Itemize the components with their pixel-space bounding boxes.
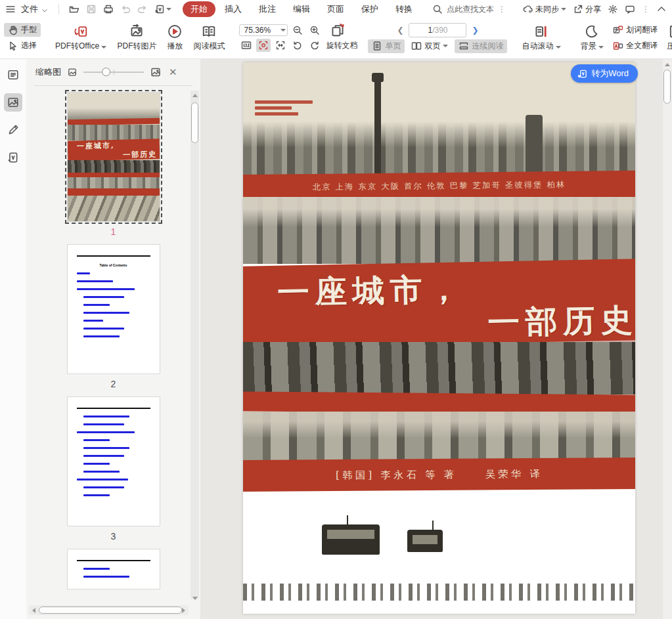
rotate-right-button[interactable] bbox=[307, 39, 322, 52]
tab-protect[interactable]: 保护 bbox=[353, 1, 386, 17]
tab-home[interactable]: 开始 bbox=[183, 1, 215, 17]
thumbnail-panel-button[interactable] bbox=[4, 93, 22, 112]
large-thumbnail-icon[interactable] bbox=[150, 67, 161, 77]
cover-red-band-author: [韩国] 李永石 等 著 吴荣华 译 bbox=[243, 458, 635, 492]
tab-page[interactable]: 页面 bbox=[319, 1, 352, 17]
prev-page-button[interactable]: ❮ bbox=[394, 26, 406, 35]
zoom-in-button[interactable] bbox=[307, 24, 322, 37]
scroll-up-arrow[interactable] bbox=[665, 63, 670, 66]
thumbnail-page-3[interactable] bbox=[68, 397, 160, 526]
sync-status[interactable]: 未同步 bbox=[523, 4, 566, 15]
pdf-to-image-label: PDF转图片 bbox=[117, 41, 156, 52]
thumbnail-page-4[interactable] bbox=[68, 549, 160, 589]
redo-button[interactable] bbox=[135, 3, 150, 16]
continuous-read-button[interactable]: 连续阅读 bbox=[455, 39, 507, 53]
pdf-to-office-icon bbox=[74, 24, 88, 39]
word-translate-button[interactable]: 划词翻译 bbox=[609, 23, 661, 37]
gear-icon[interactable] bbox=[608, 4, 618, 14]
thumbnail-page-2[interactable]: Table of Contents bbox=[68, 245, 160, 374]
main-vertical-scrollbar[interactable] bbox=[663, 59, 672, 619]
menubar: 文件 开始 插入 批注 编辑 页面 保护 转换 点此查找文本 ⋮ 未同步 分享 bbox=[0, 0, 672, 18]
read-mode-button[interactable]: 阅读模式 bbox=[188, 20, 230, 56]
rotate-doc-label[interactable]: 旋转文档 bbox=[325, 40, 359, 51]
scroll-right-arrow[interactable] bbox=[182, 608, 185, 613]
undo-button[interactable] bbox=[118, 3, 133, 16]
close-panel-icon[interactable]: ✕ bbox=[168, 66, 179, 78]
share-button[interactable]: 分享 bbox=[573, 4, 601, 15]
sidebar-horizontal-scrollbar[interactable] bbox=[29, 605, 189, 615]
crowd-silhouette bbox=[243, 584, 635, 601]
more-dots-icon[interactable]: ⋮ bbox=[642, 5, 650, 14]
next-page-button[interactable]: ❯ bbox=[469, 26, 481, 35]
print-button[interactable] bbox=[101, 3, 116, 16]
tab-insert[interactable]: 插入 bbox=[217, 1, 250, 17]
scroll-up-arrow[interactable] bbox=[192, 94, 198, 97]
pdf-to-image-icon bbox=[129, 24, 144, 39]
convert-to-word-button[interactable]: 转为Word bbox=[571, 64, 638, 83]
actual-size-button[interactable] bbox=[239, 39, 254, 52]
full-translate-button[interactable]: 全文翻译 bbox=[609, 39, 661, 53]
select-tool-button[interactable]: 选择 bbox=[4, 39, 41, 53]
tab-edit[interactable]: 编辑 bbox=[285, 1, 318, 17]
hamburger-menu-icon[interactable] bbox=[5, 4, 16, 14]
file-menu-label: 文件 bbox=[21, 3, 38, 15]
rotate-left-button[interactable] bbox=[290, 39, 305, 52]
tab-comment[interactable]: 批注 bbox=[251, 1, 284, 17]
convert-to-word-label: 转为Word bbox=[591, 68, 629, 79]
auto-scroll-label: 自动滚动 bbox=[522, 41, 553, 51]
single-page-button[interactable]: 单页 bbox=[368, 39, 405, 53]
divider bbox=[58, 4, 59, 14]
auto-scroll-button[interactable]: 自动滚动 bbox=[516, 20, 566, 56]
printer-icon bbox=[103, 4, 114, 14]
collapse-ribbon-icon[interactable] bbox=[656, 4, 667, 14]
scroll-down-arrow[interactable] bbox=[190, 593, 199, 602]
compress-label: 压缩 bbox=[667, 41, 672, 52]
cover-title-line1: 一座城市， bbox=[277, 268, 466, 313]
monument-silhouette bbox=[374, 81, 381, 179]
thumbnail-page-1[interactable]: 一座城市, 一部历史 bbox=[68, 93, 160, 221]
small-thumbnail-icon[interactable] bbox=[68, 68, 77, 77]
outline-panel-button[interactable] bbox=[4, 66, 22, 84]
pdf-to-office-button[interactable]: PDF转Office bbox=[50, 20, 112, 56]
play-button[interactable]: 播放 bbox=[162, 20, 188, 56]
scrollbar-thumb[interactable] bbox=[39, 607, 182, 614]
double-page-icon bbox=[411, 41, 422, 51]
more-dots-icon[interactable]: ⋮ bbox=[498, 5, 506, 14]
slider-knob[interactable] bbox=[102, 68, 110, 76]
file-menu[interactable]: 文件 bbox=[18, 2, 51, 16]
zoom-out-button[interactable] bbox=[290, 24, 305, 37]
rotate-doc-button[interactable] bbox=[325, 24, 351, 37]
scrollbar-thumb[interactable] bbox=[191, 102, 198, 143]
thumbnail-image-icon bbox=[7, 96, 19, 108]
thumbnail-size-slider[interactable] bbox=[83, 68, 144, 77]
export-word-button[interactable] bbox=[152, 3, 173, 16]
pdf-page-1: 北京 上海 东京 大阪 首尔 伦敦 巴黎 芝加哥 圣彼得堡 柏林 一座城市， 一… bbox=[243, 62, 635, 614]
save-button[interactable] bbox=[84, 3, 99, 16]
scroll-left-arrow[interactable] bbox=[32, 608, 35, 613]
cover-photo-arch bbox=[243, 412, 635, 460]
fit-width-button[interactable] bbox=[273, 39, 288, 52]
to-word-icon bbox=[577, 69, 587, 79]
full-translate-icon bbox=[613, 41, 623, 51]
chevron-down-icon bbox=[101, 46, 106, 49]
page-number-input[interactable]: 1/390 bbox=[409, 23, 466, 37]
double-page-button[interactable]: 双页 bbox=[407, 39, 452, 53]
undo-icon bbox=[120, 4, 131, 14]
redo-icon bbox=[137, 4, 148, 14]
fit-page-button[interactable] bbox=[256, 39, 271, 52]
background-button[interactable]: 背景 bbox=[575, 20, 609, 56]
document-viewer[interactable]: 转为Word 北京 上海 东京 大阪 首尔 伦敦 巴黎 芝加哥 圣彼得堡 柏林 … bbox=[200, 59, 672, 619]
compress-button[interactable]: 压缩 bbox=[661, 20, 672, 56]
annotation-panel-button[interactable] bbox=[4, 121, 22, 139]
open-button[interactable] bbox=[67, 3, 81, 16]
find-text-box[interactable]: 点此查找文本 ⋮ bbox=[432, 4, 506, 15]
zoom-select[interactable]: 75.36% bbox=[239, 24, 288, 36]
sidebar-vertical-scrollbar[interactable] bbox=[190, 91, 199, 599]
tab-convert[interactable]: 转换 bbox=[388, 1, 420, 17]
word-export-panel-button[interactable] bbox=[4, 148, 22, 167]
hand-tool-button[interactable]: 手型 bbox=[4, 23, 41, 37]
continuous-read-icon bbox=[459, 41, 469, 51]
comment-icon[interactable] bbox=[625, 4, 635, 14]
pdf-to-image-button[interactable]: PDF转图片 bbox=[112, 20, 162, 56]
scrollbar-thumb[interactable] bbox=[663, 70, 671, 104]
